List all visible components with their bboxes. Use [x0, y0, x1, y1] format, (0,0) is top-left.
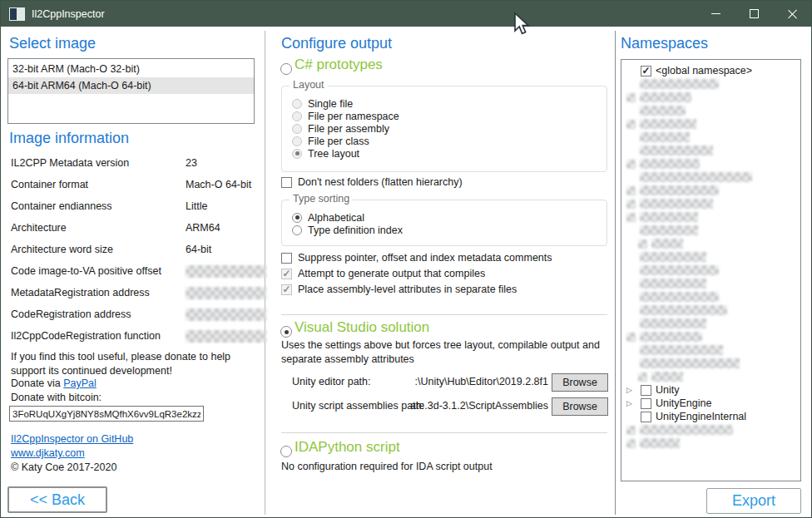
namespace-redacted-rows-top	[621, 77, 800, 383]
idapython-label[interactable]: IDAPython script	[295, 439, 400, 456]
namespace-item-redacted[interactable]	[621, 303, 800, 317]
info-value: 23	[186, 157, 197, 169]
csharp-prototypes-radio[interactable]	[280, 63, 292, 75]
back-button[interactable]: << Back	[7, 486, 107, 513]
layout-option-single-file[interactable]: Single file	[292, 97, 607, 110]
image-list-item[interactable]: 32-bit ARM (Mach-O 32-bit)	[8, 61, 254, 77]
namespace-item-redacted[interactable]	[621, 277, 800, 290]
mouse-cursor	[514, 12, 532, 37]
info-value: ARM64	[186, 222, 220, 234]
app-window: Il2CppInspector Select image 32-bit ARM …	[0, 0, 812, 518]
namespace-item-redacted[interactable]	[621, 117, 800, 131]
idapython-radio[interactable]	[280, 446, 292, 457]
namespace-item-redacted[interactable]	[621, 290, 800, 303]
namespace-item-redacted[interactable]	[621, 131, 800, 144]
checkbox-icon[interactable]: ✓	[641, 66, 651, 76]
checkbox-icon[interactable]	[641, 412, 651, 422]
namespace-item-unityengineinternal[interactable]: UnityEngineInternal	[621, 410, 800, 423]
redacted-label	[640, 318, 706, 328]
info-label: Architecture word size	[11, 244, 113, 255]
unity-script-path-value[interactable]: ate.3d-3.1.2\ScriptAssemblies	[350, 400, 548, 412]
namespace-item-redacted[interactable]	[621, 250, 800, 264]
csharp-prototypes-label[interactable]: C# prototypes	[295, 57, 383, 73]
namespace-item-global[interactable]: ✓ <global namespace>	[621, 64, 800, 77]
namespace-item-unity[interactable]: ▷ Unity	[621, 383, 800, 397]
image-listbox: 32-bit ARM (Mach-O 32-bit) 64-bit ARM64 …	[7, 58, 255, 124]
github-link[interactable]: Il2CppInspector on GitHub	[11, 433, 133, 445]
expander-triangle-icon[interactable]: ▷	[626, 386, 636, 394]
radio-icon	[292, 225, 302, 235]
right-column-divider	[615, 31, 616, 515]
info-value-redacted	[186, 308, 266, 321]
browse-editor-path-button[interactable]: Browse	[552, 373, 608, 392]
app-icon	[9, 7, 25, 21]
close-button[interactable]	[773, 1, 811, 27]
redacted-label	[640, 252, 706, 262]
info-label: Il2CppCodeRegistration function	[11, 330, 161, 342]
expander-triangle-icon[interactable]: ▷	[626, 399, 636, 407]
namespace-item-redacted[interactable]	[621, 77, 800, 91]
redacted-label	[640, 146, 713, 155]
image-list-item-selected[interactable]: 64-bit ARM64 (Mach-O 64-bit)	[8, 77, 254, 94]
checkbox-icon[interactable]	[641, 385, 651, 396]
type-sorting-alphabetical[interactable]: Alphabetical	[292, 211, 607, 224]
redacted-label	[640, 199, 713, 209]
info-value-redacted	[186, 265, 266, 278]
configure-output-title: Configure output	[281, 35, 392, 52]
namespace-item-redacted[interactable]	[621, 104, 800, 117]
suppress-comments-checkbox-row[interactable]: Suppress pointer, offset and index metad…	[281, 252, 552, 264]
redacted-label	[640, 332, 702, 342]
info-value: Mach-O 64-bit	[186, 179, 251, 190]
checkbox-icon	[281, 253, 292, 264]
type-sorting-definition-index[interactable]: Type definition index	[292, 224, 607, 236]
namespace-redacted-rows-bottom	[621, 423, 800, 450]
redacted-checkbox	[626, 186, 636, 195]
namespace-item-redacted[interactable]	[621, 357, 800, 370]
namespace-item-redacted[interactable]	[621, 317, 800, 330]
layout-groupbox: Layout Single file File per namespace Fi…	[281, 86, 607, 172]
namespace-item-redacted[interactable]	[621, 184, 800, 197]
namespace-item-redacted[interactable]	[621, 224, 800, 237]
namespace-item-unityengine[interactable]: ▷ UnityEngine	[621, 397, 800, 410]
namespace-item-redacted[interactable]	[621, 343, 800, 357]
minimize-button[interactable]	[696, 1, 735, 27]
layout-option-file-per-assembly[interactable]: File per assembly	[292, 122, 607, 135]
namespace-item-redacted[interactable]	[621, 370, 800, 383]
separate-attributes-checkbox-row[interactable]: ✓ Place assembly-level attributes in sep…	[281, 284, 517, 295]
unity-editor-path-value[interactable]: :\Unity\Hub\Editor\2019.2.8f1	[350, 376, 548, 387]
redacted-label	[640, 212, 698, 222]
layout-option-file-per-namespace[interactable]: File per namespace	[292, 110, 607, 122]
compilable-output-checkbox-row[interactable]: ✓ Attempt to generate output that compil…	[281, 268, 485, 279]
website-link[interactable]: www.djkaty.com	[11, 447, 85, 459]
namespace-item-redacted[interactable]	[621, 210, 800, 224]
bitcoin-address-input[interactable]	[9, 406, 204, 422]
namespace-item-redacted[interactable]	[621, 170, 800, 184]
section-divider	[281, 432, 607, 433]
visual-studio-radio[interactable]	[280, 326, 292, 338]
namespace-item-redacted[interactable]	[621, 437, 800, 450]
paypal-link[interactable]: PayPal	[63, 377, 97, 389]
radio-icon	[292, 99, 302, 109]
export-button[interactable]: Export	[706, 488, 801, 514]
namespace-item-redacted[interactable]	[621, 144, 800, 157]
layout-option-tree-layout[interactable]: Tree layout	[292, 147, 607, 160]
info-label: CodeRegistration address	[11, 308, 131, 320]
namespace-item-redacted[interactable]	[621, 197, 800, 210]
layout-group-label: Layout	[290, 79, 328, 91]
info-label: MetadataRegistration address	[11, 287, 150, 298]
namespace-item-redacted[interactable]	[621, 237, 800, 250]
namespace-item-redacted[interactable]	[621, 330, 800, 343]
visual-studio-label[interactable]: Visual Studio solution	[295, 319, 429, 336]
layout-option-file-per-class[interactable]: File per class	[292, 135, 607, 147]
redacted-label	[640, 79, 719, 89]
browse-script-path-button[interactable]: Browse	[552, 397, 608, 416]
redacted-label	[640, 92, 691, 102]
namespace-item-redacted[interactable]	[621, 264, 800, 277]
select-image-title: Select image	[9, 35, 96, 52]
namespace-item-redacted[interactable]	[621, 91, 800, 104]
maximize-button[interactable]	[735, 1, 773, 27]
namespace-item-redacted[interactable]	[621, 157, 800, 170]
flatten-checkbox-row[interactable]: Don't nest folders (flatten hierarchy)	[281, 176, 463, 188]
checkbox-icon[interactable]	[641, 398, 651, 409]
namespace-item-redacted[interactable]	[621, 423, 800, 437]
